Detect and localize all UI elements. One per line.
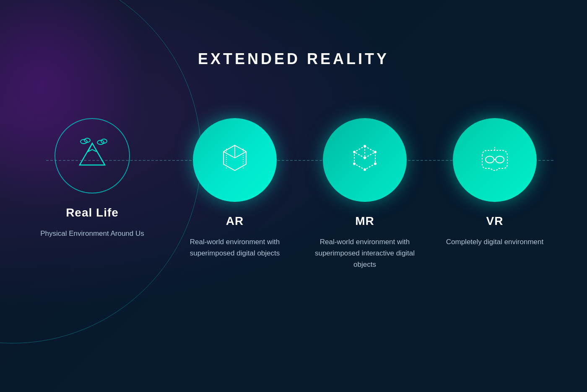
svg-point-22 (486, 156, 494, 163)
svg-point-15 (364, 145, 366, 147)
icon-circle-reallife (55, 118, 130, 193)
item-reallife: Real Life Physical Environment Around Us (34, 118, 151, 239)
vr-headset-icon (476, 141, 514, 179)
reallife-label: Real Life (66, 206, 119, 219)
item-vr: VR Completely digital environment (436, 118, 553, 248)
item-mr: MR Real-world environment with superimpo… (306, 118, 423, 271)
svg-point-17 (374, 162, 377, 165)
svg-marker-0 (80, 143, 105, 165)
item-ar: AR Real-world environment with superimpo… (176, 118, 294, 259)
items-row: Real Life Physical Environment Around Us… (0, 118, 587, 271)
svg-point-19 (353, 162, 356, 165)
cube-ar-icon (216, 141, 254, 179)
icon-circle-ar (193, 118, 277, 202)
page-title: EXTENDED REALITY (198, 50, 389, 68)
svg-point-18 (364, 168, 366, 171)
svg-point-16 (374, 151, 377, 153)
svg-line-13 (365, 152, 375, 158)
svg-line-7 (235, 152, 246, 158)
vr-label: VR (486, 214, 504, 228)
svg-line-8 (223, 152, 235, 158)
svg-line-14 (354, 152, 365, 158)
svg-point-23 (496, 156, 504, 163)
svg-point-3 (97, 140, 104, 144)
svg-point-1 (81, 139, 87, 144)
cube-mr-icon (346, 141, 384, 179)
reallife-desc: Physical Environment Around Us (40, 228, 144, 239)
ar-label: AR (226, 214, 244, 228)
mr-desc: Real-world environment with superimposed… (306, 236, 423, 271)
mr-label: MR (355, 214, 374, 228)
main-content: EXTENDED REALITY Real Life Physical E (0, 0, 587, 392)
icon-circle-mr (323, 118, 407, 202)
vr-desc: Completely digital environment (446, 236, 543, 248)
mountain-icon (71, 135, 113, 177)
svg-point-20 (353, 151, 356, 153)
icon-circle-vr (453, 118, 537, 202)
svg-point-21 (364, 157, 366, 159)
ar-desc: Real-world environment with superimposed… (176, 236, 294, 259)
